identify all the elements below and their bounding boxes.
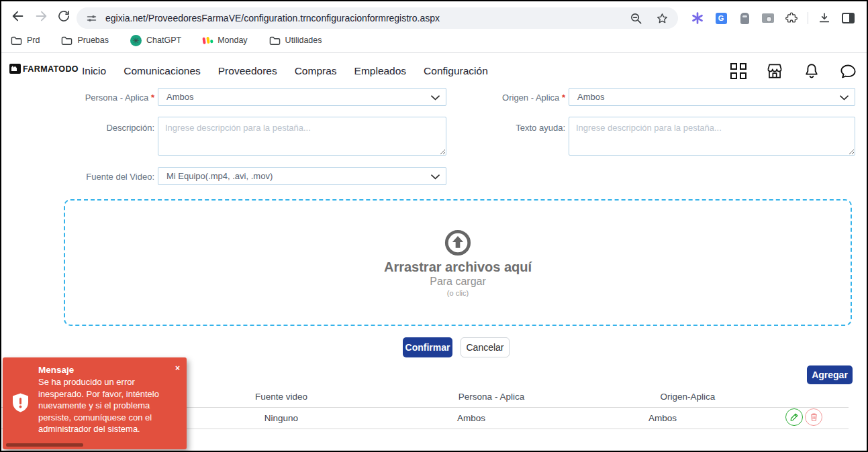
bookmark-chatgpt[interactable]: ✳ ChatGPT xyxy=(130,35,181,46)
site-settings-icon[interactable] xyxy=(86,13,97,24)
bookmark-label: Utilidades xyxy=(285,36,322,45)
trash-icon xyxy=(810,412,818,422)
farmatodo-logo-icon xyxy=(9,64,21,74)
origen-aplica-value: Ambos xyxy=(577,92,604,102)
bookmark-label: Pruebas xyxy=(77,36,109,45)
bookmark-label: ChatGPT xyxy=(146,36,181,45)
farmatodo-logo[interactable]: FARMATODO xyxy=(9,64,79,74)
cell-origen-aplica: Ambos xyxy=(616,413,710,423)
table-header-persona-aplica: Persona - Aplica xyxy=(438,392,545,402)
dropzone-hint: (o clic) xyxy=(447,289,469,297)
chevron-down-icon xyxy=(431,95,440,101)
downloads-icon[interactable] xyxy=(817,11,832,25)
browser-window: egixia.net/ProveedoresFarmaVE/configurat… xyxy=(0,0,868,452)
toast-message: Se ha producido un error inesperado. Por… xyxy=(38,376,181,435)
cell-persona-aplica: Ambos xyxy=(424,413,518,423)
descripcion-textarea[interactable] xyxy=(158,117,446,156)
chevron-down-icon xyxy=(431,174,440,180)
extensions-puzzle-icon[interactable] xyxy=(784,11,799,25)
bookmark-folder-pruebas[interactable]: Pruebas xyxy=(61,36,109,46)
menu-item-comunicaciones[interactable]: Comunicaciones xyxy=(124,65,201,77)
origen-aplica-label: Origen - Aplica * xyxy=(491,93,565,103)
toast-close-icon[interactable]: × xyxy=(175,363,180,373)
brand-text: FARMATODO xyxy=(23,64,79,74)
bookmark-folder-utilidades[interactable]: Utilidades xyxy=(269,36,322,46)
extension-asterisk-icon[interactable] xyxy=(690,11,705,25)
main-menu: Inicio Comunicaciones Proveedores Compra… xyxy=(82,54,488,89)
bookmark-label: Monday xyxy=(218,36,247,45)
navbar-icons xyxy=(730,54,857,89)
apps-grid-icon[interactable] xyxy=(730,63,746,79)
store-icon[interactable] xyxy=(765,62,784,80)
upload-icon xyxy=(444,229,472,257)
fuente-video-value: Mi Equipo(.mp4, .avi, .mov) xyxy=(166,171,273,181)
menu-item-configuracion[interactable]: Configuración xyxy=(424,65,488,77)
toast-title: Mensaje xyxy=(38,365,74,375)
error-toast: Mensaje × Se ha producido un error inesp… xyxy=(3,357,187,449)
folder-icon xyxy=(61,36,73,46)
origen-aplica-select[interactable]: Ambos xyxy=(569,88,855,106)
address-bar[interactable]: egixia.net/ProveedoresFarmaVE/configurat… xyxy=(77,7,678,29)
chat-bubble-icon[interactable] xyxy=(839,63,857,80)
required-asterisk: * xyxy=(562,93,565,103)
cell-fuente-video: Ninguno xyxy=(228,413,335,423)
robot-extension-icon[interactable] xyxy=(737,11,752,25)
table-header-fuente-video: Fuente video xyxy=(228,392,335,402)
descripcion-label: Descripción: xyxy=(60,123,154,133)
dropzone-subtitle: Para cargar xyxy=(430,276,486,288)
toolbar-divider xyxy=(808,12,808,24)
side-panel-icon[interactable] xyxy=(840,11,855,25)
persona-aplica-label: Persona - Aplica * xyxy=(60,93,154,103)
toast-progress-bar xyxy=(6,443,83,447)
browser-chrome: egixia.net/ProveedoresFarmaVE/configurat… xyxy=(1,1,867,53)
camera-extension-icon[interactable] xyxy=(761,11,775,25)
persona-aplica-value: Ambos xyxy=(166,92,193,102)
notifications-bell-icon[interactable] xyxy=(803,62,820,80)
persona-aplica-select[interactable]: Ambos xyxy=(158,88,446,106)
back-icon[interactable] xyxy=(7,5,30,27)
fuente-video-label: Fuente del Video: xyxy=(60,172,154,182)
bookmark-monday[interactable]: Monday xyxy=(203,36,247,45)
chatgpt-icon: ✳ xyxy=(130,35,142,46)
url-text[interactable]: egixia.net/ProveedoresFarmaVE/configurat… xyxy=(105,13,440,23)
shield-warning-icon xyxy=(11,392,30,413)
required-asterisk: * xyxy=(151,93,154,103)
folder-icon xyxy=(269,36,281,46)
app-navbar: FARMATODO Inicio Comunicaciones Proveedo… xyxy=(1,54,867,89)
forward-icon[interactable] xyxy=(30,5,52,27)
monday-icon xyxy=(203,36,213,44)
texto-ayuda-label: Texto ayuda: xyxy=(491,123,565,133)
refresh-icon[interactable] xyxy=(52,5,75,27)
pencil-icon xyxy=(789,412,799,422)
menu-item-empleados[interactable]: Empleados xyxy=(354,65,407,77)
translate-icon[interactable]: G xyxy=(714,11,728,25)
dropzone-title: Arrastrar archivos aquí xyxy=(384,260,532,275)
bookmark-star-icon[interactable] xyxy=(656,12,669,25)
file-dropzone[interactable]: Arrastrar archivos aquí Para cargar (o c… xyxy=(64,199,852,326)
folder-icon xyxy=(11,36,22,46)
confirm-button[interactable]: Confirmar xyxy=(403,337,452,357)
menu-item-proveedores[interactable]: Proveedores xyxy=(218,65,277,77)
browser-toolbar: egixia.net/ProveedoresFarmaVE/configurat… xyxy=(1,4,867,28)
add-button[interactable]: Agregar xyxy=(807,365,853,384)
bookmark-folder-prd[interactable]: Prd xyxy=(11,36,40,46)
menu-item-compras[interactable]: Compras xyxy=(295,65,337,77)
cancel-button[interactable]: Cancelar xyxy=(461,337,510,357)
chevron-down-icon xyxy=(840,95,849,101)
texto-ayuda-textarea[interactable] xyxy=(569,117,855,156)
bookmarks-bar: Prd Pruebas ✳ ChatGPT Monday Utilidades xyxy=(11,31,322,50)
delete-row-button[interactable] xyxy=(805,408,822,426)
table-header-origen-aplica: Origen-Aplica xyxy=(632,392,743,402)
fuente-video-select[interactable]: Mi Equipo(.mp4, .avi, .mov) xyxy=(158,167,446,185)
bookmark-label: Prd xyxy=(27,36,40,45)
menu-item-inicio[interactable]: Inicio xyxy=(82,65,106,77)
extensions-row: G xyxy=(690,7,855,29)
edit-row-button[interactable] xyxy=(785,408,803,426)
zoom-out-icon[interactable] xyxy=(630,12,642,25)
